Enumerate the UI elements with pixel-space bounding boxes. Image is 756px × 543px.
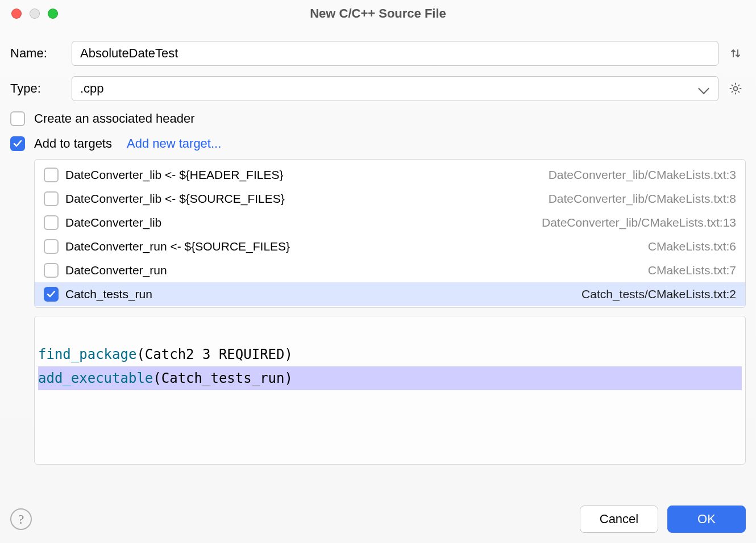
name-label: Name:	[10, 46, 63, 61]
create-header-label: Create an associated header	[34, 111, 195, 126]
target-label: DateConverter_run	[65, 264, 167, 277]
svg-point-0	[734, 87, 738, 91]
target-label: DateConverter_run <- ${SOURCE_FILES}	[65, 240, 290, 253]
add-to-targets-label: Add to targets	[34, 136, 112, 151]
target-row[interactable]: DateConverter_run <- ${SOURCE_FILES}CMak…	[35, 235, 745, 258]
name-row: Name:	[10, 41, 746, 66]
type-row: Type: .cpp	[10, 76, 746, 101]
add-to-targets-row: Add to targets Add new target...	[10, 136, 746, 151]
create-header-row: Create an associated header	[10, 111, 746, 126]
sort-arrows-icon[interactable]	[725, 43, 746, 64]
type-value: .cpp	[80, 81, 104, 96]
target-path: DateConverter_lib/CMakeLists.txt:13	[542, 216, 736, 229]
zoom-window-button[interactable]	[48, 9, 58, 19]
target-path: DateConverter_lib/CMakeLists.txt:8	[549, 192, 736, 206]
name-input[interactable]	[72, 41, 718, 66]
close-window-button[interactable]	[11, 9, 22, 19]
add-to-targets-checkbox[interactable]	[10, 136, 25, 151]
help-button[interactable]: ?	[10, 508, 32, 530]
target-path: CMakeLists.txt:6	[648, 240, 736, 253]
target-path: Catch_tests/CMakeLists.txt:2	[581, 287, 736, 301]
chevron-down-icon	[698, 83, 709, 94]
target-row[interactable]: DateConverter_lib <- ${HEADER_FILES}Date…	[35, 163, 745, 187]
target-row[interactable]: DateConverter_libDateConverter_lib/CMake…	[35, 211, 745, 235]
dialog-title: New C/C++ Source File	[0, 0, 756, 27]
dialog-content: Name: Type: .cpp	[0, 27, 756, 465]
target-label: Catch_tests_run	[65, 287, 152, 301]
target-checkbox[interactable]	[44, 263, 59, 278]
ok-button[interactable]: OK	[667, 506, 746, 533]
target-label: DateConverter_lib	[65, 216, 161, 229]
target-row[interactable]: DateConverter_lib <- ${SOURCE_FILES}Date…	[35, 187, 745, 211]
targets-panel: DateConverter_lib <- ${HEADER_FILES}Date…	[34, 159, 746, 308]
target-label: DateConverter_lib <- ${HEADER_FILES}	[65, 168, 283, 182]
target-path: DateConverter_lib/CMakeLists.txt:3	[549, 168, 736, 182]
target-checkbox[interactable]	[44, 287, 59, 302]
gear-icon[interactable]	[725, 78, 746, 99]
dialog-footer: ? Cancel OK	[0, 495, 756, 543]
target-checkbox[interactable]	[44, 191, 59, 206]
window-controls	[0, 9, 58, 19]
create-header-checkbox[interactable]	[10, 111, 25, 126]
add-new-target-link[interactable]: Add new target...	[127, 136, 221, 151]
target-row[interactable]: Catch_tests_runCatch_tests/CMakeLists.tx…	[35, 282, 745, 306]
type-label: Type:	[10, 81, 63, 96]
target-path: CMakeLists.txt:7	[648, 264, 736, 277]
cancel-button[interactable]: Cancel	[580, 506, 658, 533]
target-checkbox[interactable]	[44, 168, 59, 182]
titlebar: New C/C++ Source File	[0, 0, 756, 27]
target-row[interactable]: DateConverter_runCMakeLists.txt:7	[35, 258, 745, 282]
target-checkbox[interactable]	[44, 239, 59, 254]
target-checkbox[interactable]	[44, 215, 59, 230]
minimize-window-button[interactable]	[30, 9, 40, 19]
target-label: DateConverter_lib <- ${SOURCE_FILES}	[65, 192, 285, 206]
code-line-1: find_package(Catch2 3 REQUIRED)	[38, 346, 293, 362]
code-line-2: add_executable(Catch_tests_run)	[38, 366, 742, 390]
type-select[interactable]: .cpp	[72, 76, 718, 101]
cmake-preview: find_package(Catch2 3 REQUIRED) add_exec…	[34, 316, 746, 465]
